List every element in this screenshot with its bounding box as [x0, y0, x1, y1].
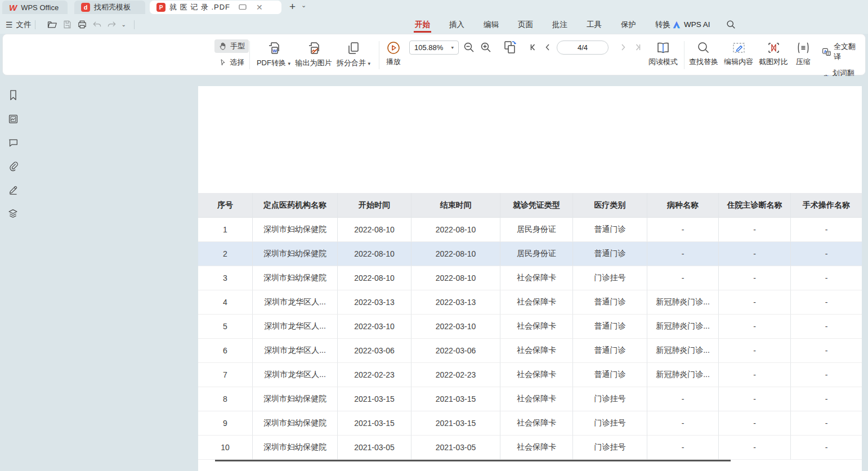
compress-icon [796, 41, 811, 55]
export-as-image-button[interactable]: 输出为图片 [293, 41, 334, 68]
compress-button[interactable]: 压缩 [792, 41, 815, 67]
table-cell: - [719, 411, 791, 436]
previous-page-icon[interactable] [543, 43, 552, 52]
table-cell: - [791, 266, 862, 290]
table-header-cell: 开始时间 [338, 193, 411, 218]
zoom-in-icon[interactable] [480, 42, 491, 53]
split-merge-button[interactable]: 拆分合并 ▾ [335, 41, 372, 68]
table-cell: 门诊挂号 [573, 266, 647, 290]
table-cell: 4 [198, 290, 253, 315]
table-cell: 1 [198, 218, 253, 242]
table-cell: 新冠肺炎门诊... [647, 363, 719, 387]
pdf-page[interactable]: 序号定点医药机构名称开始时间结束时间就诊凭证类型医疗类别病种名称住院主诊断名称手… [198, 86, 862, 471]
table-cell: 2021-03-15 [338, 387, 411, 411]
tab-wps-home[interactable]: W WPS Office [2, 1, 68, 14]
search-icon[interactable] [726, 20, 736, 29]
pdf-file-icon: P [156, 3, 165, 12]
next-page-icon[interactable] [619, 43, 628, 52]
save-icon[interactable] [62, 20, 72, 29]
page-number-input[interactable]: 4/4 [557, 41, 609, 55]
table-cell: - [719, 218, 791, 242]
table-cell: 2022-03-13 [411, 290, 500, 315]
table-cell: - [791, 242, 862, 266]
menu-tab-开始[interactable]: 开始 [414, 16, 431, 33]
table-row: 6深圳市龙华区人...2022-03-062022-03-06社会保障卡普通门诊… [198, 339, 862, 363]
table-cell: 2022-02-23 [338, 363, 411, 387]
table-cell: - [719, 242, 791, 266]
menu-tab-编辑[interactable]: 编辑 [482, 16, 500, 33]
select-tool-button[interactable]: 选择 [214, 56, 248, 69]
full-text-translate-button[interactable]: A文 全文翻译 [818, 40, 865, 64]
hamburger-icon[interactable]: ☰ [6, 20, 13, 29]
table-cell: 深圳市妇幼保健院 [253, 436, 338, 460]
table-cell: 2021-03-05 [338, 436, 411, 460]
screenshot-compare-button[interactable]: 截图对比 [757, 41, 790, 67]
split-merge-icon [346, 41, 361, 56]
print-icon[interactable] [77, 20, 87, 29]
hand-icon [218, 42, 227, 51]
table-cell: 深圳市龙华区人... [253, 363, 338, 387]
last-page-icon[interactable] [633, 43, 642, 52]
tab-document-pdf[interactable]: P 就 医 记 录 .PDF ✕ [150, 1, 281, 14]
table-cell: 2022-02-23 [411, 363, 500, 387]
attachment-icon[interactable] [6, 159, 20, 173]
table-cell: 2021-03-05 [411, 436, 500, 460]
table-cell: - [719, 315, 791, 339]
find-replace-button[interactable]: 查找替换 [687, 41, 720, 67]
table-header-cell: 住院主诊断名称 [719, 193, 791, 218]
table-cell: - [791, 315, 862, 339]
table-cell: 2022-03-13 [338, 290, 411, 315]
table-row: 10深圳市妇幼保健院2021-03-052021-03-05社会保障卡门诊挂号-… [198, 436, 862, 460]
float-window-icon[interactable] [239, 4, 247, 11]
menu-tab-插入[interactable]: 插入 [448, 16, 466, 33]
signature-pen-icon[interactable] [6, 183, 20, 196]
table-cell: 社会保障卡 [500, 436, 573, 460]
table-cell: 普通门诊 [573, 315, 647, 339]
tab-docer-templates[interactable]: d 找稻壳模板 [74, 1, 145, 14]
more-actions-chevron-icon[interactable]: ⌄ [122, 21, 126, 28]
undo-icon[interactable] [92, 20, 102, 29]
table-cell: 2021-03-15 [338, 411, 411, 436]
zoom-level-select[interactable]: 105.88% ▾ [409, 41, 459, 55]
comments-icon[interactable] [6, 136, 20, 149]
table-cell: 社会保障卡 [500, 411, 573, 436]
menu-tab-转换[interactable]: 转换 [654, 16, 672, 33]
redo-icon[interactable] [107, 20, 117, 29]
table-cell: 深圳市妇幼保健院 [253, 218, 338, 242]
tab-strip: W WPS Office d 找稻壳模板 P 就 医 记 录 .PDF ✕ + … [0, 0, 868, 15]
table-cell: - [791, 339, 862, 363]
pdf-convert-button[interactable]: W PDF转换 ▾ [255, 41, 292, 68]
book-icon [656, 41, 670, 55]
page-indicator: 4/4 [578, 43, 588, 52]
table-row: 3深圳市妇幼保健院2022-08-102022-08-10社会保障卡门诊挂号--… [198, 266, 862, 290]
play-button[interactable]: 播放 [383, 41, 404, 67]
table-cell: - [791, 436, 862, 460]
layers-icon[interactable] [6, 207, 20, 220]
menu-tab-批注[interactable]: 批注 [551, 16, 569, 33]
first-page-icon[interactable] [529, 43, 538, 52]
rotate-pages-icon[interactable] [503, 40, 517, 55]
table-header-cell: 定点医药机构名称 [253, 193, 338, 218]
wps-ai-button[interactable]: WPS AI [672, 20, 710, 29]
zoom-out-icon[interactable] [463, 42, 475, 53]
menu-tab-保护[interactable]: 保护 [620, 16, 637, 33]
table-cell: 门诊挂号 [573, 436, 647, 460]
open-folder-icon[interactable] [47, 20, 57, 29]
bookmark-icon[interactable] [6, 88, 20, 102]
table-header-cell: 病种名称 [647, 193, 719, 218]
menu-tab-页面[interactable]: 页面 [517, 16, 534, 33]
thumbnails-icon[interactable] [6, 112, 20, 125]
read-mode-button[interactable]: 阅读模式 [647, 41, 679, 67]
close-tab-icon[interactable]: ✕ [256, 3, 263, 12]
table-bottom-border [215, 460, 731, 461]
new-tab-button[interactable]: + [289, 1, 296, 13]
menu-tab-工具[interactable]: 工具 [585, 16, 603, 33]
edit-content-button[interactable]: 编辑内容 [722, 41, 755, 67]
table-cell: 社会保障卡 [500, 363, 573, 387]
file-menu[interactable]: 文件 [16, 20, 32, 30]
table-cell: 深圳市妇幼保健院 [253, 411, 338, 436]
table-header-cell: 序号 [198, 193, 253, 218]
table-cell: 2022-08-10 [338, 242, 411, 266]
tab-list-chevron-icon[interactable]: ⌄ [301, 2, 306, 9]
hand-tool-button[interactable]: 手型 [214, 39, 249, 53]
